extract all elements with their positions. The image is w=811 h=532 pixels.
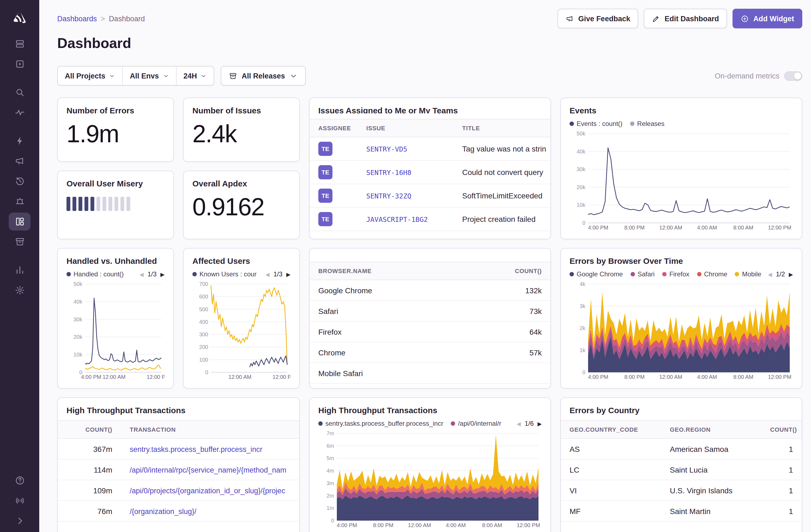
sidebar-item-projects[interactable] [9,55,31,73]
table-row: VIU.S. Virgin Islands1 [561,480,802,501]
add-widget-button[interactable]: Add Widget [733,9,802,28]
next-page-button[interactable]: ▶ [160,271,165,277]
legend-label: Chrome [704,270,727,278]
table-cell: VI [561,486,661,495]
legend-label: Known Users : cour [199,270,257,278]
sidebar-item-crons[interactable] [9,193,31,210]
svg-text:50k: 50k [74,281,82,287]
issue-link[interactable]: SENTRY-16H8 [366,168,412,177]
table-row: TEJAVASCRIPT-1BG2Project creation failed [309,208,550,231]
table-cell: Tag value was not a strin [454,145,550,153]
environments-filter[interactable]: All Envs [122,66,176,85]
legend-label: /api/0/internal/r [458,420,502,427]
svg-text:4:00 AM: 4:00 AM [697,225,717,231]
sidebar-item-dashboards[interactable] [9,213,31,231]
widget-errors-by-country: Errors by Country GEO.COUNTRY_CODEGEO.RE… [560,397,802,532]
sentry-logo[interactable] [9,6,31,28]
sidebar-item-issues[interactable] [9,35,31,53]
legend-item[interactable]: Mobile S [735,270,763,278]
table-cell: AS [561,444,661,453]
legend-item[interactable]: Google Chrome [569,270,623,278]
legend-item[interactable]: Safari [630,270,655,278]
next-page-button[interactable]: ▶ [789,271,793,277]
on-demand-toggle[interactable] [784,71,802,80]
issue-link[interactable]: SENTRY-32ZQ [366,192,412,200]
widget-apdex: Overall Apdex 0.9162 [183,171,300,239]
errors-by-country-table: GEO.COUNTRY_CODEGEO.REGIONCOUNT()ASAmeri… [561,420,802,522]
legend-item[interactable]: Firefox [662,270,689,278]
legend-item[interactable]: /api/0/internal/r [451,420,502,427]
cube-icon [14,59,25,69]
table-cell: Google Chrome [309,286,480,294]
next-page-button[interactable]: ▶ [287,271,291,277]
legend-label: Google Chrome [577,270,623,278]
table-row: 114m/api/0/internal/rpc/{service_name}/{… [58,459,299,480]
sidebar-item-alerts[interactable] [9,132,31,150]
question-icon [14,475,25,486]
transaction-link[interactable]: sentry.tasks.process_buffer.process_incr [130,445,262,453]
edit-dashboard-button[interactable]: Edit Dashboard [644,9,727,28]
legend-dot [662,272,667,276]
breadcrumb-dashboards[interactable]: Dashboards [57,14,97,22]
svg-text:12:00 AM: 12:00 AM [103,374,126,380]
table-cell: SENTRY-16H8 [357,168,454,177]
table-cell: Mobile Safari [309,369,480,378]
issue-link[interactable]: SENTRY-VD5 [366,145,408,153]
legend-item[interactable]: Releases [630,120,664,127]
next-page-button[interactable]: ▶ [538,421,542,427]
prev-page-button[interactable]: ◀ [265,271,270,277]
svg-text:4m: 4m [326,468,334,474]
legend-item[interactable]: Chrome [697,270,727,278]
svg-text:400: 400 [199,319,208,325]
table-cell: 1 [761,486,802,495]
transaction-link[interactable]: /api/0/projects/{organization_id_or_slug… [130,486,285,495]
table-cell: U.S. Virgin Islands [661,486,761,495]
legend-item[interactable]: Handled : count() [66,270,124,278]
projects-filter[interactable]: All Projects [58,66,122,85]
topbar-actions: Give Feedback Edit Dashboard Add Widget [557,9,802,28]
legend-items: Google ChromeSafariFirefoxChromeMobile S [569,270,763,278]
legend-item[interactable]: Events : count() [569,120,623,127]
prev-page-button[interactable]: ◀ [139,271,143,277]
table-row: TESENTRY-VD5Tag value was not a strin [309,137,550,161]
chart-legend: Handled : count()◀1/3▶ [66,269,165,279]
sidebar-item-replays[interactable] [9,172,31,190]
misery-tick-filled [66,197,70,211]
pencil-icon [652,14,660,22]
sidebar-item-releases[interactable] [9,233,31,251]
table-cell: LC [561,465,661,474]
sidebar-item-settings[interactable] [9,281,31,299]
sidebar-item-help[interactable] [9,471,31,489]
breadcrumb-separator: > [101,14,105,22]
assignee-badge: TE [318,188,333,203]
table-cell: TE [309,212,357,226]
sidebar-item-stats[interactable] [9,261,31,279]
issue-link[interactable]: JAVASCRIPT-1BG2 [366,215,428,224]
widget-number-of-issues: Number of Issues 2.4k [183,97,300,162]
broadcast-icon [14,496,25,506]
prev-page-button[interactable]: ◀ [768,271,772,277]
legend-item[interactable]: sentry.tasks.process_buffer.process_incr [318,420,443,427]
give-feedback-button[interactable]: Give Feedback [557,9,639,28]
sidebar-item-feedback[interactable] [9,152,31,170]
svg-text:12:00 PM: 12:00 PM [768,225,791,231]
svg-text:30k: 30k [577,166,586,172]
sidebar-item-collapse[interactable] [9,512,31,530]
transaction-link[interactable]: /api/0/internal/rpc/{service_name}/{meth… [130,466,287,474]
svg-text:12:00 AM: 12:00 AM [659,374,683,380]
svg-text:4:00 PM: 4:00 PM [588,225,608,231]
time-range-filter[interactable]: 24H [176,66,214,85]
transaction-link[interactable]: /{organization_slug}/ [130,507,197,515]
prev-page-button[interactable]: ◀ [517,421,521,427]
column-header: GEO.COUNTRY_CODE [561,426,661,433]
column-header: COUNT() [58,426,121,433]
legend-pager: ◀1/3▶ [139,270,165,278]
legend-item[interactable]: Known Users : cour [193,270,257,278]
sidebar-item-insights[interactable] [9,104,31,122]
widget-title: Errors by Browser Over Time [569,256,793,265]
releases-filter[interactable]: All Releases [221,66,306,86]
sidebar-item-whats-new[interactable] [9,492,31,510]
sidebar-item-explore[interactable] [9,83,31,101]
legend-items: Known Users : cour [193,270,260,278]
app: Dashboards > Dashboard Give Feedback Edi… [0,0,811,532]
